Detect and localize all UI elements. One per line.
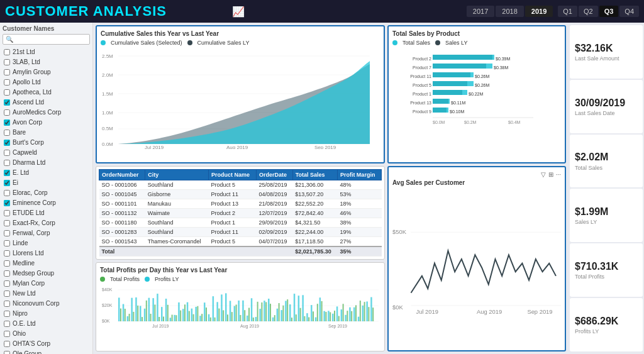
more-icon[interactable]: ··· — [556, 171, 561, 178]
svg-rect-126 — [175, 315, 177, 321]
profits-legend-dot — [100, 277, 105, 282]
svg-rect-135 — [214, 318, 216, 321]
svg-rect-119 — [146, 301, 147, 321]
customer-item[interactable]: Elorac, Corp — [3, 188, 90, 198]
svg-rect-136 — [218, 309, 219, 321]
customer-item[interactable]: Medsep Group — [3, 268, 90, 279]
table-header-cell: Total Sales — [292, 170, 337, 180]
customer-item[interactable]: 21st Ltd — [3, 47, 90, 57]
filter-icon[interactable]: ▽ — [541, 171, 546, 178]
kpi-card-4: $710.31KTotal Profits — [570, 243, 643, 297]
table-cell: SO - 0001543 — [99, 237, 145, 247]
customer-item[interactable]: Niconovum Corp — [3, 299, 90, 309]
svg-rect-89 — [272, 318, 274, 321]
customer-item[interactable]: Ohio — [3, 329, 90, 339]
customer-item[interactable]: Apotheca, Ltd — [3, 87, 90, 97]
customer-item[interactable]: OHTA'S Corp — [3, 339, 90, 349]
svg-text:$0K: $0K — [102, 319, 110, 323]
customer-item[interactable]: Nipro — [3, 309, 90, 319]
customer-item[interactable]: Eminence Corp — [3, 198, 90, 208]
svg-rect-66 — [174, 315, 175, 321]
customer-item[interactable]: Capweld — [3, 148, 90, 158]
svg-rect-21 — [433, 64, 492, 69]
customer-search[interactable] — [3, 34, 90, 45]
legend-selected-label: Cumulative Sales (Selected) — [111, 40, 182, 46]
table-row[interactable]: SO - 0001006SouthlandProduct 525/08/2019… — [99, 180, 382, 190]
customer-item[interactable]: Fenwal, Corp — [3, 228, 90, 238]
svg-rect-165 — [343, 304, 344, 321]
table-row[interactable]: SO - 0001132WaimateProduct 212/07/2019$7… — [99, 209, 382, 218]
table-cell: SO - 0001006 — [99, 180, 145, 190]
quarter-tab-q1[interactable]: Q1 — [558, 6, 577, 17]
profits-ly-legend-dot — [145, 277, 150, 282]
svg-rect-146 — [261, 302, 262, 321]
table-row[interactable]: SO - 0001543Thames-CoromandelProduct 504… — [99, 237, 382, 247]
legend-selected-dot — [101, 40, 106, 45]
table-total-cell: Total — [99, 246, 145, 257]
sidebar: Customer Names 21st Ltd3LAB, LtdAmylin G… — [0, 23, 93, 354]
quarter-tab-q2[interactable]: Q2 — [579, 6, 598, 17]
customer-item[interactable]: Amylin Group — [3, 67, 90, 77]
year-tabs: 2017 2018 2019 — [467, 6, 553, 17]
svg-text:$0.0M: $0.0M — [433, 120, 445, 124]
svg-rect-169 — [360, 301, 361, 321]
svg-rect-71 — [195, 307, 197, 321]
orders-table: OrderNumberCityProduct NameOrderDateTota… — [99, 169, 382, 257]
quarter-tab-q3[interactable]: Q3 — [599, 6, 619, 17]
svg-text:Jul 2019: Jul 2019 — [145, 145, 164, 149]
customer-item[interactable]: Ei — [3, 178, 90, 188]
table-row[interactable]: SO - 0001283SouthlandProduct 1102/09/201… — [99, 228, 382, 237]
customer-item[interactable]: Apollo Ltd — [3, 77, 90, 87]
svg-rect-117 — [137, 306, 138, 321]
sidebar-label: Customer Names — [3, 25, 90, 32]
customer-item[interactable]: ETUDE Ltd — [3, 208, 90, 218]
svg-rect-91 — [280, 310, 282, 321]
customer-item[interactable]: Avon Corp — [3, 118, 90, 128]
grid-icon[interactable]: ⊞ — [548, 171, 553, 178]
customer-item[interactable]: O.E. Ltd — [3, 319, 90, 329]
svg-rect-130 — [193, 314, 194, 321]
svg-rect-41 — [433, 108, 448, 113]
table-row[interactable]: SO - 0001180SouthlandProduct 129/09/2019… — [99, 218, 382, 228]
customer-item[interactable]: Dharma Ltd — [3, 158, 90, 168]
svg-rect-70 — [191, 309, 193, 321]
customer-item[interactable]: E. Ltd — [3, 168, 90, 178]
svg-rect-58 — [140, 306, 142, 321]
svg-rect-100 — [319, 297, 321, 321]
customer-item[interactable]: 3LAB, Ltd — [3, 57, 90, 67]
customer-item[interactable]: Llorens Ltd — [3, 248, 90, 258]
svg-rect-76 — [216, 302, 218, 321]
svg-text:Product 9: Product 9 — [413, 109, 431, 114]
table-row[interactable]: SO - 0001045GisborneProduct 1104/08/2019… — [99, 190, 382, 199]
customer-item[interactable]: Medline — [3, 258, 90, 268]
svg-rect-77 — [221, 294, 223, 321]
avg-sales-title: Avg Sales per Customer — [392, 179, 561, 186]
year-tab-2018[interactable]: 2018 — [496, 6, 523, 17]
table-cell: $21,306.00 — [292, 180, 337, 190]
year-tab-2017[interactable]: 2017 — [467, 6, 494, 17]
svg-text:2.5M: 2.5M — [102, 53, 113, 59]
kpi-value-5: $686.29K — [575, 315, 638, 327]
table-cell: SO - 0001132 — [99, 209, 145, 218]
quarter-tab-q4[interactable]: Q4 — [619, 6, 639, 17]
customer-item[interactable]: Linde — [3, 238, 90, 248]
customer-item[interactable]: New Ltd — [3, 289, 90, 299]
customer-item[interactable]: Bare — [3, 128, 90, 138]
table-header-cell: City — [145, 170, 209, 180]
customer-item[interactable]: Ole Group — [3, 349, 90, 354]
customer-item[interactable]: Exact-Rx, Corp — [3, 218, 90, 228]
svg-text:$0.11M: $0.11M — [451, 101, 466, 105]
table-row[interactable]: SO - 0001101ManukauProduct 1321/08/2019$… — [99, 199, 382, 209]
page-title: CUSTOMER ANALYSIS — [5, 3, 227, 19]
customer-item[interactable]: Mylan Corp — [3, 279, 90, 289]
year-tab-2019[interactable]: 2019 — [525, 6, 553, 17]
svg-rect-144 — [253, 318, 254, 321]
product-legend-ly-dot — [435, 40, 440, 45]
table-total-cell: 35% — [337, 246, 381, 257]
table-cell: Product 2 — [208, 209, 256, 218]
customer-item[interactable]: Ascend Ltd — [3, 97, 90, 108]
customer-item[interactable]: Burt's Corp — [3, 138, 90, 148]
table-cell: Thames-Coromandel — [145, 237, 209, 247]
svg-rect-138 — [227, 314, 228, 321]
customer-item[interactable]: AuroMedics Corp — [3, 108, 90, 118]
